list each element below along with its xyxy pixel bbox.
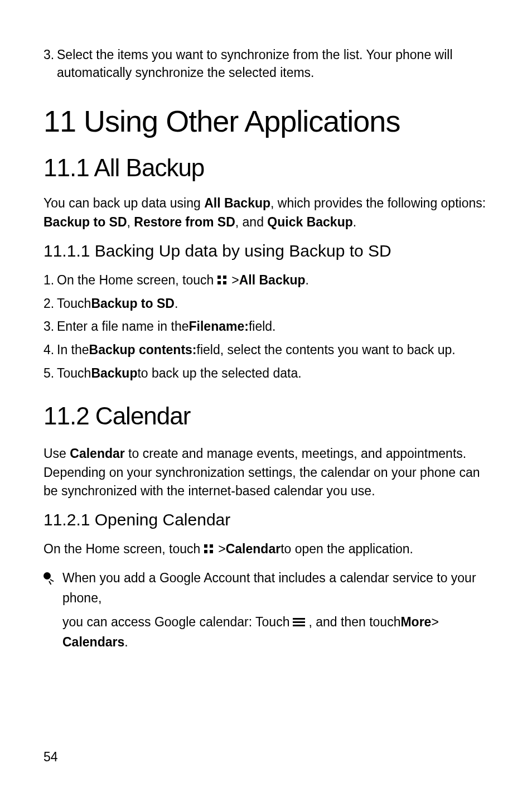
step-text: Select the items you want to synchronize…	[57, 46, 489, 81]
text-fragment: On the Home screen, touch	[57, 271, 214, 291]
bold-filename: Filename:	[189, 317, 249, 337]
bold-all-backup: All Backup	[239, 271, 306, 291]
apps-grid-icon	[217, 275, 228, 286]
text-fragment: .	[306, 271, 309, 291]
chapter-heading: 11 Using Other Applications	[43, 104, 489, 138]
text-fragment: you can access Google calendar: Touch	[62, 612, 289, 632]
text-fragment: Enter a file name in the	[57, 317, 189, 337]
step-text: Touch Backup to SD.	[57, 294, 489, 314]
tip-note: When you add a Google Account that inclu…	[43, 568, 489, 653]
text-fragment: Touch	[57, 294, 91, 314]
step-text: On the Home screen, touch > All Backup.	[57, 271, 489, 291]
step-1: 1. On the Home screen, touch > All Backu…	[43, 271, 489, 291]
page-number: 54	[43, 750, 58, 765]
bold-restore-from-sd: Restore from SD	[134, 215, 235, 229]
tip-line-3: Calendars.	[62, 632, 489, 653]
menu-icon	[293, 618, 305, 627]
text-fragment: ,	[127, 215, 134, 229]
section-11-1-intro: You can back up data using All Backup, w…	[43, 194, 489, 231]
step-number: 3.	[43, 46, 57, 81]
step-text: On the Home screen, touch > Calendar to …	[43, 539, 489, 559]
step-4: 4. In the Backup contents: field, select…	[43, 340, 489, 360]
text-fragment: .	[124, 635, 128, 649]
step-text: Enter a file name in the Filename: field…	[57, 317, 489, 337]
bold-calendars: Calendars	[62, 635, 124, 649]
bold-backup-to-sd: Backup to SD	[43, 215, 127, 229]
step-text: Touch Backup to back up the selected dat…	[57, 364, 489, 384]
step-number: 2.	[43, 294, 57, 314]
text-fragment: Touch	[57, 364, 91, 384]
step-3: 3. Enter a file name in the Filename: fi…	[43, 317, 489, 337]
step-number: 4.	[43, 340, 57, 360]
open-calendar-line: On the Home screen, touch > Calendar to …	[43, 539, 489, 559]
bold-all-backup: All Backup	[204, 196, 270, 210]
bold-quick-backup: Quick Backup	[267, 215, 352, 229]
bold-calendar: Calendar	[70, 446, 124, 461]
section-11-2-heading: 11.2 Calendar	[43, 402, 489, 430]
step-2: 2. Touch Backup to SD.	[43, 294, 489, 314]
text-fragment: , and	[235, 215, 268, 229]
section-11-1-heading: 11.1 All Backup	[43, 154, 489, 182]
subsection-11-1-1-heading: 11.1.1 Backing Up data by using Backup t…	[43, 241, 489, 260]
text-fragment: , which provides the following options:	[270, 196, 486, 210]
tip-line-2: you can access Google calendar: Touch , …	[62, 612, 489, 632]
text-fragment: , and then touch	[308, 612, 400, 632]
subsection-11-2-1-heading: 11.2.1 Opening Calendar	[43, 510, 489, 529]
text-fragment: >	[218, 539, 225, 559]
text-fragment: In the	[57, 340, 89, 360]
bold-backup-to-sd: Backup to SD	[91, 294, 175, 314]
text-fragment: to open the application.	[280, 539, 413, 559]
bold-backup: Backup	[91, 364, 137, 384]
step-text: In the Backup contents: field, select th…	[57, 340, 489, 360]
step-number: 1.	[43, 271, 57, 291]
text-fragment: to back up the selected data.	[137, 364, 301, 384]
bold-calendar: Calendar	[226, 539, 280, 559]
text-fragment: Use	[43, 446, 70, 461]
intro-step-3: 3. Select the items you want to synchron…	[43, 46, 489, 81]
section-11-2-intro: Use Calendar to create and manage events…	[43, 445, 489, 500]
tip-bulb-icon	[43, 568, 62, 653]
text-fragment: >	[431, 612, 438, 632]
step-number: 3.	[43, 317, 57, 337]
text-fragment: .	[175, 294, 178, 314]
bold-backup-contents: Backup contents:	[89, 340, 197, 360]
step-number: 5.	[43, 364, 57, 384]
text-fragment: .	[353, 215, 356, 229]
text-fragment: field, select the contents you want to b…	[197, 340, 456, 360]
tip-text: When you add a Google Account that inclu…	[62, 568, 489, 653]
step-5: 5. Touch Backup to back up the selected …	[43, 364, 489, 384]
text-fragment: You can back up data using	[43, 196, 204, 210]
bold-more: More	[400, 612, 431, 632]
tip-line-1: When you add a Google Account that inclu…	[62, 568, 489, 608]
text-fragment: field.	[249, 317, 276, 337]
text-fragment: >	[231, 271, 239, 291]
text-fragment: On the Home screen, touch	[43, 539, 200, 559]
apps-grid-icon	[204, 544, 215, 555]
